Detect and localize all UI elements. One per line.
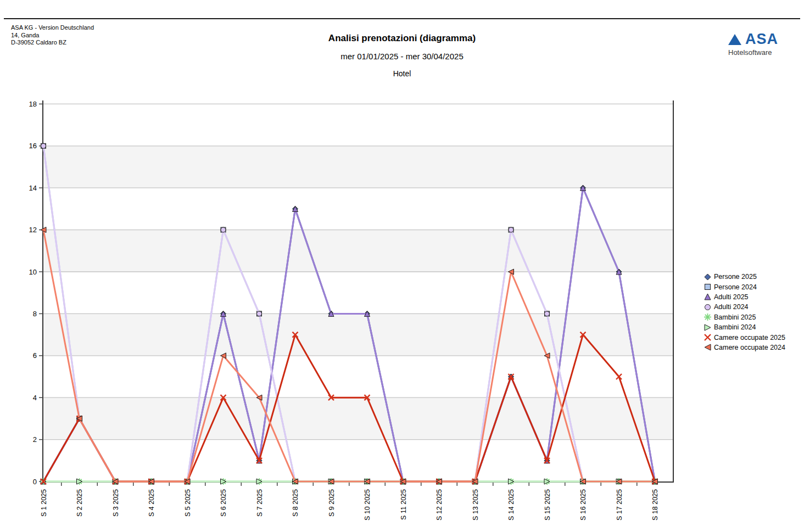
legend-item-camere-occupate-2025: Camere occupate 2025 bbox=[704, 332, 785, 342]
triangle-left-marker-icon bbox=[704, 343, 712, 351]
legend-item-bambini-2025: Bambini 2025 bbox=[704, 312, 785, 322]
svg-text:S 7 2025: S 7 2025 bbox=[256, 489, 264, 517]
legend-label: Persone 2024 bbox=[714, 283, 757, 291]
svg-text:10: 10 bbox=[29, 268, 37, 276]
svg-text:8: 8 bbox=[33, 310, 37, 318]
svg-text:S 10 2025: S 10 2025 bbox=[364, 489, 371, 520]
svg-text:6: 6 bbox=[33, 351, 37, 360]
legend-label: Camere occupate 2025 bbox=[714, 334, 785, 341]
svg-text:S 15 2025: S 15 2025 bbox=[544, 489, 551, 520]
svg-text:S 18 2025: S 18 2025 bbox=[651, 489, 659, 520]
triangle-right-marker-icon bbox=[704, 323, 712, 332]
svg-text:18: 18 bbox=[29, 100, 37, 108]
svg-text:S 8 2025: S 8 2025 bbox=[292, 489, 299, 517]
svg-text:S 14 2025: S 14 2025 bbox=[507, 489, 515, 520]
asterisk-marker-icon bbox=[704, 313, 712, 321]
svg-text:S 12 2025: S 12 2025 bbox=[436, 489, 443, 520]
report-page: { "header": { "company_lines": ["ASA KG … bbox=[0, 0, 804, 532]
svg-text:S 5 2025: S 5 2025 bbox=[184, 489, 192, 517]
legend-label: Persone 2025 bbox=[714, 273, 757, 281]
diamond-marker-icon bbox=[704, 273, 712, 281]
svg-text:4: 4 bbox=[33, 394, 37, 402]
svg-text:S 3 2025: S 3 2025 bbox=[112, 489, 120, 517]
svg-text:S 9 2025: S 9 2025 bbox=[328, 489, 336, 517]
chart-legend: Persone 2025Persone 2024Adulti 2025Adult… bbox=[704, 272, 785, 352]
svg-text:S 4 2025: S 4 2025 bbox=[148, 489, 155, 517]
svg-text:S 17 2025: S 17 2025 bbox=[616, 489, 623, 520]
svg-text:0: 0 bbox=[33, 478, 37, 486]
svg-text:16: 16 bbox=[29, 142, 37, 150]
svg-text:S 13 2025: S 13 2025 bbox=[472, 489, 479, 520]
x-marker-icon bbox=[704, 333, 712, 341]
legend-label: Camere occupate 2024 bbox=[714, 344, 785, 351]
svg-text:2: 2 bbox=[33, 435, 37, 444]
legend-item-persone-2025: Persone 2025 bbox=[704, 272, 785, 282]
bookings-line-chart: 024681012141618S 1 2025S 2 2025S 3 2025S… bbox=[0, 0, 804, 532]
svg-text:S 6 2025: S 6 2025 bbox=[220, 489, 227, 517]
legend-label: Adulti 2024 bbox=[714, 303, 749, 311]
svg-text:S 16 2025: S 16 2025 bbox=[579, 489, 587, 520]
legend-item-camere-occupate-2024: Camere occupate 2024 bbox=[704, 343, 785, 352]
legend-item-adulti-2025: Adulti 2025 bbox=[704, 292, 785, 302]
legend-item-adulti-2024: Adulti 2024 bbox=[704, 302, 785, 312]
legend-item-bambini-2024: Bambini 2024 bbox=[704, 322, 785, 332]
legend-label: Bambini 2025 bbox=[714, 313, 756, 321]
legend-item-persone-2024: Persone 2024 bbox=[704, 282, 785, 292]
legend-label: Bambini 2024 bbox=[714, 323, 756, 331]
svg-text:S 1 2025: S 1 2025 bbox=[40, 489, 48, 517]
svg-text:S 2 2025: S 2 2025 bbox=[76, 489, 83, 517]
svg-text:14: 14 bbox=[29, 184, 37, 192]
legend-label: Adulti 2025 bbox=[714, 293, 749, 301]
triangle-up-marker-icon bbox=[704, 293, 712, 301]
svg-text:12: 12 bbox=[29, 226, 37, 234]
square-marker-icon bbox=[704, 283, 712, 291]
circle-marker-icon bbox=[704, 303, 712, 311]
svg-text:S 11 2025: S 11 2025 bbox=[400, 489, 407, 520]
